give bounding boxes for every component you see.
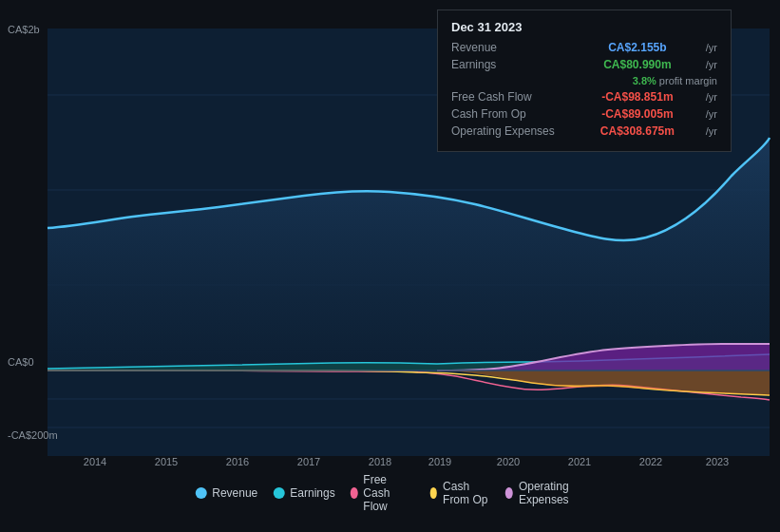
tooltip-unit-cfo: /yr bbox=[706, 108, 717, 120]
y-label-0: CA$0 bbox=[8, 356, 34, 368]
tooltip-row-opex: Operating Expenses CA$308.675m /yr bbox=[451, 124, 717, 138]
x-label-2016: 2016 bbox=[226, 456, 249, 467]
tooltip-row-revenue: Revenue CA$2.155b /yr bbox=[451, 41, 717, 54]
tooltip-unit-revenue: /yr bbox=[706, 42, 717, 53]
tooltip-value-opex: CA$308.675m bbox=[600, 124, 675, 138]
legend-item-opex[interactable]: Operating Expenses bbox=[505, 480, 585, 506]
tooltip-label-earnings: Earnings bbox=[451, 58, 575, 71]
x-label-2023: 2023 bbox=[706, 456, 729, 467]
profit-pct: 3.8% bbox=[633, 75, 656, 86]
tooltip-value-cfo: -CA$89.005m bbox=[601, 107, 673, 121]
legend-dot-earnings bbox=[273, 487, 284, 499]
tooltip-unit-earnings: /yr bbox=[706, 59, 717, 70]
tooltip-label-revenue: Revenue bbox=[451, 41, 575, 54]
tooltip-row-earnings: Earnings CA$80.990m /yr bbox=[451, 58, 717, 71]
tooltip-unit-opex: /yr bbox=[706, 125, 717, 137]
tooltip-label-cfo: Cash From Op bbox=[451, 107, 575, 121]
legend-dot-fcf bbox=[351, 487, 358, 499]
legend-dot-opex bbox=[505, 487, 513, 499]
tooltip-row-cfo: Cash From Op -CA$89.005m /yr bbox=[451, 107, 717, 121]
tooltip-value-fcf: -CA$98.851m bbox=[601, 90, 673, 104]
legend-dot-revenue bbox=[195, 487, 206, 499]
x-label-2018: 2018 bbox=[369, 456, 391, 467]
x-label-2014: 2014 bbox=[84, 456, 106, 467]
x-label-2015: 2015 bbox=[155, 456, 178, 467]
legend-item-earnings[interactable]: Earnings bbox=[273, 486, 334, 500]
tooltip-value-earnings: CA$80.990m bbox=[603, 58, 671, 71]
chart-legend: Revenue Earnings Free Cash Flow Cash Fro… bbox=[195, 473, 585, 513]
legend-label-revenue: Revenue bbox=[212, 486, 257, 500]
data-tooltip: Dec 31 2023 Revenue CA$2.155b /yr Earnin… bbox=[437, 10, 732, 152]
y-label-2b: CA$2b bbox=[8, 24, 40, 35]
legend-label-fcf: Free Cash Flow bbox=[363, 473, 414, 513]
tooltip-label-opex: Operating Expenses bbox=[451, 124, 575, 138]
legend-dot-cfo bbox=[429, 487, 437, 499]
legend-item-cfo[interactable]: Cash From Op bbox=[429, 480, 490, 506]
x-label-2022: 2022 bbox=[639, 456, 662, 467]
tooltip-row-profit-margin: 3.8% profit margin bbox=[451, 75, 717, 86]
chart-container: CA$2b CA$0 -CA$200m 2014 2015 2016 2017 … bbox=[0, 0, 780, 532]
tooltip-label-fcf: Free Cash Flow bbox=[451, 90, 575, 104]
legend-item-fcf[interactable]: Free Cash Flow bbox=[351, 473, 415, 513]
tooltip-title: Dec 31 2023 bbox=[451, 20, 717, 34]
tooltip-profit-margin: 3.8% profit margin bbox=[633, 75, 717, 86]
tooltip-unit-fcf: /yr bbox=[706, 91, 717, 103]
x-label-2017: 2017 bbox=[297, 456, 320, 467]
legend-label-earnings: Earnings bbox=[290, 486, 334, 500]
legend-item-revenue[interactable]: Revenue bbox=[195, 486, 257, 500]
y-label-neg200m: -CA$200m bbox=[8, 429, 58, 441]
tooltip-value-revenue: CA$2.155b bbox=[608, 41, 666, 54]
x-label-2019: 2019 bbox=[428, 456, 451, 467]
tooltip-row-fcf: Free Cash Flow -CA$98.851m /yr bbox=[451, 90, 717, 104]
x-label-2020: 2020 bbox=[497, 456, 520, 467]
x-label-2021: 2021 bbox=[568, 456, 591, 467]
legend-label-cfo: Cash From Op bbox=[443, 480, 490, 506]
legend-label-opex: Operating Expenses bbox=[519, 480, 585, 506]
